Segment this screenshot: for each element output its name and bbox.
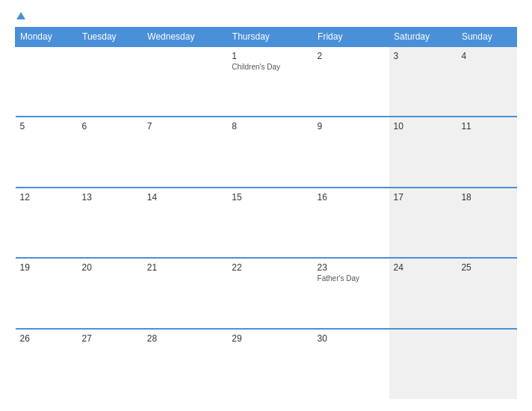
weekday-header-tuesday: Tuesday bbox=[78, 28, 143, 47]
day-number: 19 bbox=[20, 262, 73, 273]
weekday-header-thursday: Thursday bbox=[227, 28, 312, 47]
day-number: 2 bbox=[318, 51, 385, 61]
day-number: 6 bbox=[82, 121, 138, 132]
calendar-cell: 25 bbox=[457, 258, 516, 328]
day-number: 26 bbox=[20, 333, 73, 344]
calendar-cell: 9 bbox=[313, 117, 389, 187]
calendar-cell: 5 bbox=[16, 117, 78, 187]
weekday-header-friday: Friday bbox=[313, 28, 389, 47]
weekday-header-monday: Monday bbox=[16, 28, 78, 47]
holiday-label: Children's Day bbox=[232, 63, 308, 71]
day-number: 14 bbox=[147, 192, 223, 203]
calendar-cell bbox=[143, 46, 227, 117]
day-number: 20 bbox=[82, 262, 138, 273]
calendar-cell: 16 bbox=[313, 188, 389, 258]
calendar-cell: 22 bbox=[227, 258, 312, 328]
day-number: 9 bbox=[318, 121, 385, 132]
calendar-cell: 23Father's Day bbox=[313, 258, 389, 328]
calendar-cell: 6 bbox=[78, 117, 143, 187]
logo-triangle-icon bbox=[16, 12, 25, 19]
weekday-header-sunday: Sunday bbox=[457, 28, 516, 47]
calendar-cell bbox=[389, 329, 457, 399]
day-number: 27 bbox=[82, 333, 138, 344]
calendar-cell: 2 bbox=[313, 46, 389, 117]
calendar-header-row: MondayTuesdayWednesdayThursdayFridaySatu… bbox=[16, 28, 517, 47]
day-number: 5 bbox=[20, 121, 73, 132]
day-number: 29 bbox=[232, 333, 308, 344]
calendar-week-row: 1920212223Father's Day2425 bbox=[16, 258, 517, 328]
day-number: 21 bbox=[147, 262, 223, 273]
calendar-cell: 29 bbox=[227, 329, 312, 399]
day-number: 12 bbox=[20, 192, 73, 203]
day-number: 23 bbox=[318, 262, 385, 273]
day-number: 10 bbox=[394, 121, 453, 132]
day-number: 30 bbox=[318, 333, 385, 344]
day-number: 16 bbox=[318, 192, 385, 203]
calendar-cell: 19 bbox=[16, 258, 78, 328]
calendar-cell: 4 bbox=[457, 46, 516, 117]
day-number: 8 bbox=[232, 121, 308, 132]
day-number: 1 bbox=[232, 51, 308, 61]
calendar-cell: 3 bbox=[389, 46, 457, 117]
calendar-cell: 17 bbox=[389, 188, 457, 258]
calendar-cell: 26 bbox=[16, 329, 78, 399]
weekday-header-saturday: Saturday bbox=[389, 28, 457, 47]
calendar-cell: 14 bbox=[143, 188, 227, 258]
calendar-cell: 21 bbox=[143, 258, 227, 328]
holiday-label: Father's Day bbox=[318, 274, 385, 282]
calendar-cell: 28 bbox=[143, 329, 227, 399]
calendar-week-row: 12131415161718 bbox=[16, 188, 517, 258]
calendar-cell: 7 bbox=[143, 117, 227, 187]
calendar-cell bbox=[457, 329, 516, 399]
calendar-week-row: 1Children's Day234 bbox=[16, 46, 517, 117]
calendar-body: 1Children's Day2345678910111213141516171… bbox=[16, 46, 517, 399]
calendar-table: MondayTuesdayWednesdayThursdayFridaySatu… bbox=[15, 27, 517, 399]
calendar-week-row: 567891011 bbox=[16, 117, 517, 187]
day-number: 13 bbox=[82, 192, 138, 203]
day-number: 17 bbox=[394, 192, 453, 203]
calendar-cell: 20 bbox=[78, 258, 143, 328]
calendar-cell: 1Children's Day bbox=[227, 46, 312, 117]
day-number: 4 bbox=[461, 51, 512, 61]
day-number: 22 bbox=[232, 262, 308, 273]
calendar-week-row: 2627282930 bbox=[16, 329, 517, 399]
calendar-cell bbox=[78, 46, 143, 117]
calendar-cell: 24 bbox=[389, 258, 457, 328]
logo bbox=[15, 12, 25, 19]
calendar-cell: 30 bbox=[313, 329, 389, 399]
calendar-cell bbox=[16, 46, 78, 117]
calendar-cell: 18 bbox=[457, 188, 516, 258]
calendar-cell: 27 bbox=[78, 329, 143, 399]
day-number: 7 bbox=[147, 121, 223, 132]
calendar-cell: 13 bbox=[78, 188, 143, 258]
calendar-cell: 12 bbox=[16, 188, 78, 258]
day-number: 28 bbox=[147, 333, 223, 344]
day-number: 3 bbox=[394, 51, 453, 61]
calendar-cell: 11 bbox=[457, 117, 516, 187]
day-number: 18 bbox=[461, 192, 512, 203]
day-number: 15 bbox=[232, 192, 308, 203]
calendar-cell: 15 bbox=[227, 188, 312, 258]
calendar-header bbox=[15, 12, 517, 19]
weekday-header-wednesday: Wednesday bbox=[143, 28, 227, 47]
day-number: 25 bbox=[461, 262, 512, 273]
calendar-cell: 10 bbox=[389, 117, 457, 187]
day-number: 24 bbox=[394, 262, 453, 273]
calendar-cell: 8 bbox=[227, 117, 312, 187]
day-number: 11 bbox=[461, 121, 512, 132]
